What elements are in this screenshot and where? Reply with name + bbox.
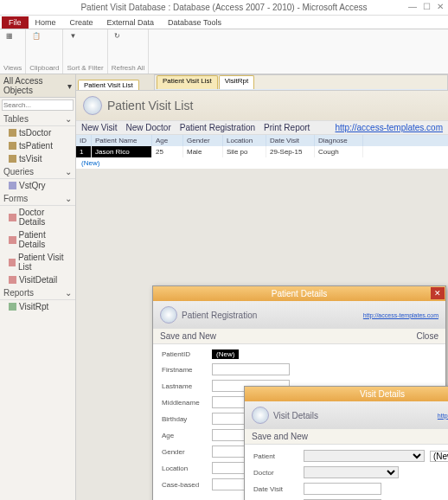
- nav-group-forms[interactable]: Forms⌄: [0, 192, 75, 206]
- table-icon: [9, 129, 16, 137]
- close-icon[interactable]: ✕: [434, 0, 446, 12]
- pvl-title: Patient Visit List: [107, 99, 193, 112]
- window-title: Patient Visit Database : Database (Acces…: [80, 3, 367, 12]
- maximize-icon[interactable]: ☐: [420, 0, 432, 12]
- table-icon: [9, 142, 16, 150]
- save-and-new-button[interactable]: Save and New: [252, 432, 308, 441]
- filter-button[interactable]: ▼: [67, 31, 79, 41]
- doctor-select[interactable]: [304, 466, 399, 478]
- nav-table[interactable]: tsDoctor: [0, 126, 75, 139]
- close-icon[interactable]: ✕: [431, 287, 445, 299]
- nav-form[interactable]: Doctor Details: [0, 206, 75, 228]
- nav-query[interactable]: VstQry: [0, 179, 75, 192]
- table-row[interactable]: 1 Jason Rico 25 Male Sile po 29-Sep-15 C…: [76, 146, 448, 157]
- nav-form[interactable]: VisitDetail: [0, 273, 75, 286]
- patient-reg-button[interactable]: Patient Registration: [180, 123, 255, 132]
- close-button[interactable]: Close: [416, 331, 438, 341]
- save-and-new-button[interactable]: Save and New: [160, 331, 216, 341]
- popup-titlebar[interactable]: Patient Details ✕: [153, 286, 445, 301]
- pvl-link[interactable]: http://access-templates.com: [336, 123, 444, 132]
- paste-button[interactable]: 📋: [29, 31, 43, 41]
- nav-table[interactable]: tsVisit: [0, 152, 75, 165]
- vd-link[interactable]: http://access-templates.com: [438, 413, 448, 419]
- nav-form[interactable]: Patient Visit List: [0, 251, 75, 273]
- datasheet-header: ID Patient Name Age Gender Location Date…: [76, 135, 448, 146]
- patient-visit-list: Patient Visit List New Visit New Doctor …: [76, 90, 448, 169]
- nav-group-queries[interactable]: Queries⌄: [0, 165, 75, 179]
- tab-home[interactable]: Home: [29, 16, 63, 29]
- nav-form[interactable]: Patient Details: [0, 228, 75, 251]
- doc-tab-pvl[interactable]: Patient Visit List: [78, 80, 139, 90]
- nav-report[interactable]: VisitRpt: [0, 300, 75, 313]
- form-icon: [9, 259, 16, 266]
- new-patient-button[interactable]: (New): [430, 451, 448, 462]
- nav-group-tables[interactable]: Tables⌄: [0, 112, 75, 126]
- ribbon-tabs: File Home Create External Data Database …: [0, 16, 448, 29]
- new-doctor-button[interactable]: New Doctor: [126, 123, 171, 132]
- form-icon: [9, 236, 16, 244]
- form-header-icon: [83, 96, 102, 115]
- form-icon: [9, 276, 16, 284]
- ribbon-body: ▦Views 📋Clipboard ▼Sort & Filter ↻Refres…: [0, 29, 448, 74]
- doc-tab[interactable]: Patient Visit List: [157, 75, 218, 89]
- visit-details-popup: Visit Details ✕ Visit Details http://acc…: [244, 386, 448, 500]
- firstname-field[interactable]: [212, 363, 290, 375]
- minimize-icon[interactable]: —: [406, 0, 419, 12]
- form-header-icon: [160, 306, 177, 324]
- tab-create[interactable]: Create: [63, 16, 100, 29]
- nav-group-reports[interactable]: Reports⌄: [0, 286, 75, 300]
- print-report-button[interactable]: Print Report: [264, 123, 310, 132]
- datevisit-field[interactable]: [304, 483, 381, 495]
- window-titlebar: Patient Visit Database : Database (Acces…: [0, 0, 448, 16]
- new-row[interactable]: (New): [76, 157, 448, 169]
- nav-header[interactable]: All Access Objects▾: [0, 74, 75, 98]
- file-tab[interactable]: File: [2, 16, 29, 29]
- query-icon: [9, 182, 16, 189]
- report-icon: [9, 303, 16, 311]
- chevron-down-icon[interactable]: ▾: [67, 81, 72, 91]
- tab-external[interactable]: External Data: [100, 16, 162, 29]
- new-visit-button[interactable]: New Visit: [81, 123, 118, 132]
- form-icon: [9, 214, 16, 221]
- table-icon: [9, 155, 16, 163]
- patient-select[interactable]: [304, 450, 425, 462]
- nav-search-input[interactable]: [2, 99, 74, 111]
- nav-table[interactable]: tsPatient: [0, 139, 75, 152]
- view-button[interactable]: ▦: [3, 31, 16, 41]
- doc-tab[interactable]: VisitRpt: [219, 75, 254, 89]
- popup-titlebar[interactable]: Visit Details ✕: [245, 387, 448, 401]
- refresh-button[interactable]: ↻: [112, 31, 123, 41]
- pd-link[interactable]: http://access-templates.com: [363, 312, 438, 318]
- navigation-pane: All Access Objects▾ Tables⌄ tsDoctor tsP…: [0, 74, 76, 500]
- new-badge: (New): [212, 349, 239, 359]
- workspace: Patient Visit List VisitRpt Visit Report…: [76, 74, 448, 500]
- tab-dbtools[interactable]: Database Tools: [161, 16, 228, 29]
- form-header-icon: [252, 407, 269, 424]
